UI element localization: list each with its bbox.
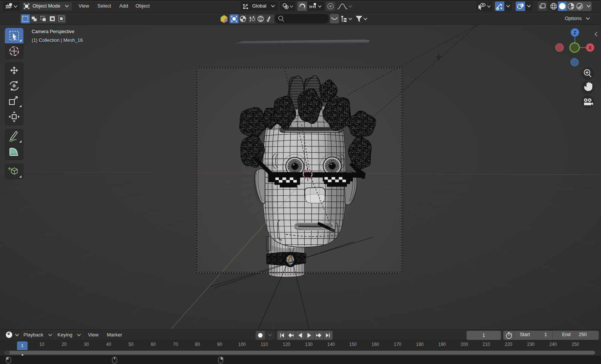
svg-text:X: X xyxy=(589,45,592,51)
svg-text:Z: Z xyxy=(573,30,576,35)
